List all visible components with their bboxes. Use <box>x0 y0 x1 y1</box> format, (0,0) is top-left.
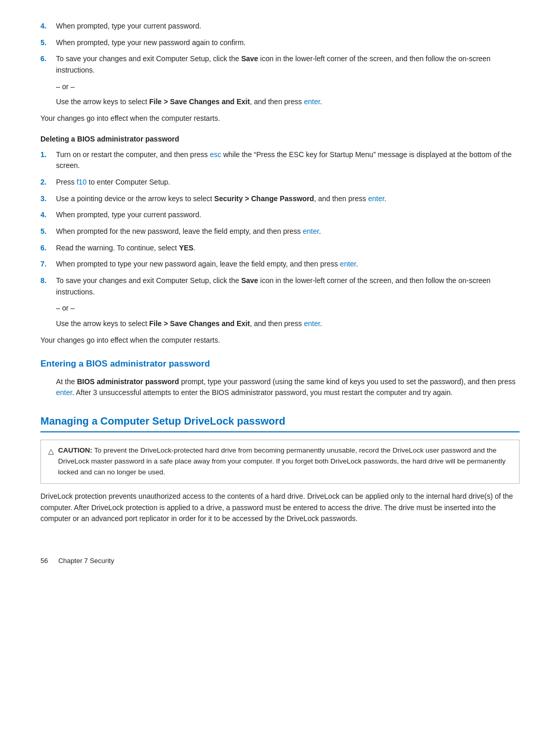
enter-link-2[interactable]: enter <box>368 194 384 203</box>
or-separator-1: – or – <box>56 81 520 93</box>
managing-drivelock-heading: Managing a Computer Setup DriveLock pass… <box>40 413 520 432</box>
step-num: 4. <box>40 21 50 32</box>
list-item: 5. When prompted for the new password, l… <box>40 226 520 237</box>
step-num: 4. <box>40 209 50 221</box>
restarts-note-1: Your changes go into effect when the com… <box>40 113 520 124</box>
file-save-alt-2: Use the arrow keys to select File > Save… <box>56 318 520 330</box>
deleting-heading: Deleting a BIOS administrator password <box>40 134 520 145</box>
step-num: 5. <box>40 37 50 49</box>
caution-text: CAUTION: To prevent the DriveLock-protec… <box>58 445 512 478</box>
enter-link-3[interactable]: enter <box>303 227 319 235</box>
enter-link-1[interactable]: enter <box>304 97 320 106</box>
list-item: 4. When prompted, type your current pass… <box>40 209 520 221</box>
step-num: 5. <box>40 226 50 237</box>
entering-bios-block: At the BIOS administrator password promp… <box>56 376 520 399</box>
or-separator-2: – or – <box>56 303 520 314</box>
file-save-alt-1: Use the arrow keys to select File > Save… <box>56 96 520 108</box>
step-text: To save your changes and exit Computer S… <box>56 53 520 76</box>
enter-link-6[interactable]: enter <box>56 388 72 397</box>
step-text: When prompted, type your new password ag… <box>56 37 520 49</box>
list-item: 6. To save your changes and exit Compute… <box>40 53 520 76</box>
caution-box: △ CAUTION: To prevent the DriveLock-prot… <box>40 440 520 484</box>
top-steps-list: 4. When prompted, type your current pass… <box>40 21 520 76</box>
list-item: 6. Read the warning. To continue, select… <box>40 243 520 254</box>
step-text: Press f10 to enter Computer Setup. <box>56 177 520 188</box>
step-text: When prompted, type your current passwor… <box>56 21 520 32</box>
list-item: 7. When prompted to type your new passwo… <box>40 259 520 270</box>
list-item: 2. Press f10 to enter Computer Setup. <box>40 177 520 188</box>
step-num: 7. <box>40 259 50 270</box>
list-item: 8. To save your changes and exit Compute… <box>40 275 520 298</box>
caution-icon: △ <box>48 446 54 457</box>
step-text: To save your changes and exit Computer S… <box>56 275 520 298</box>
step-text: Turn on or restart the computer, and the… <box>56 149 520 172</box>
f10-link-1[interactable]: f10 <box>77 178 87 186</box>
restarts-note-2: Your changes go into effect when the com… <box>40 335 520 346</box>
caution-label: CAUTION: <box>58 446 92 454</box>
step-text: When prompted for the new password, leav… <box>56 226 520 237</box>
deleting-steps-list: 1. Turn on or restart the computer, and … <box>40 149 520 298</box>
enter-link-5[interactable]: enter <box>304 319 320 328</box>
list-item: 5. When prompted, type your new password… <box>40 37 520 49</box>
step-num: 1. <box>40 149 50 172</box>
step-num: 6. <box>40 53 50 76</box>
step-text: When prompted to type your new password … <box>56 259 520 270</box>
step-num: 6. <box>40 243 50 254</box>
list-item: 3. Use a pointing device or the arrow ke… <box>40 193 520 205</box>
step-text: Use a pointing device or the arrow keys … <box>56 193 520 205</box>
page-number: 56 <box>40 556 48 566</box>
chapter-label: Chapter 7 Security <box>58 556 114 566</box>
step-num: 2. <box>40 177 50 188</box>
caution-body: To prevent the DriveLock-protected hard … <box>58 446 506 476</box>
step-num: 8. <box>40 275 50 298</box>
step-text: Read the warning. To continue, select YE… <box>56 243 520 254</box>
page-footer: 56 Chapter 7 Security <box>40 556 520 566</box>
enter-link-4[interactable]: enter <box>340 260 356 268</box>
entering-bios-heading: Entering a BIOS administrator password <box>40 357 520 371</box>
list-item: 4. When prompted, type your current pass… <box>40 21 520 32</box>
step-text: When prompted, type your current passwor… <box>56 209 520 221</box>
esc-link-1[interactable]: esc <box>210 150 221 159</box>
drivelock-para: DriveLock protection prevents unauthoriz… <box>40 491 520 525</box>
entering-bios-para: At the BIOS administrator password promp… <box>56 376 520 399</box>
step-num: 3. <box>40 193 50 205</box>
list-item: 1. Turn on or restart the computer, and … <box>40 149 520 172</box>
